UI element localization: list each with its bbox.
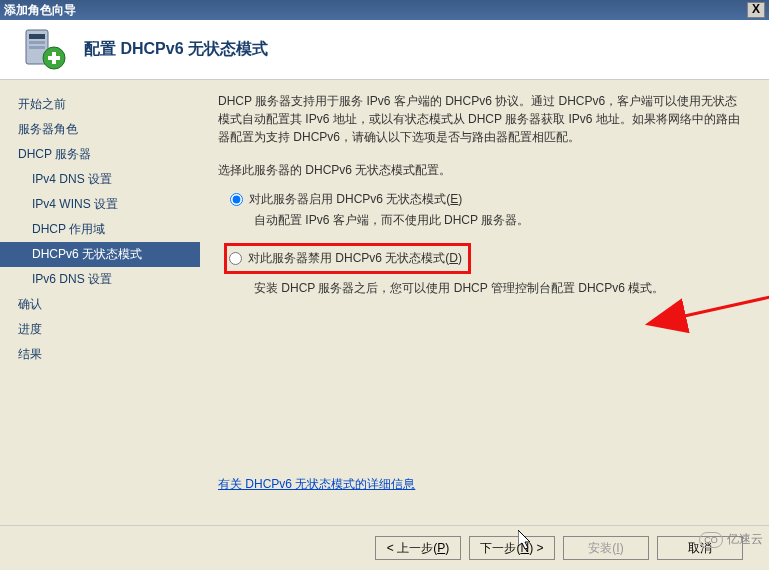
svg-rect-6 [48, 56, 60, 60]
server-icon [20, 26, 68, 74]
nav-ipv4-dns[interactable]: IPv4 DNS 设置 [0, 167, 200, 192]
header: 配置 DHCPv6 无状态模式 [0, 20, 769, 80]
prev-button[interactable]: < 上一步(P) [375, 536, 461, 560]
nav-before-you-begin[interactable]: 开始之前 [0, 92, 200, 117]
nav-dhcpv6-stateless[interactable]: DHCPv6 无状态模式 [0, 242, 200, 267]
choose-text: 选择此服务器的 DHCPv6 无状态模式配置。 [218, 162, 745, 179]
nav-progress[interactable]: 进度 [0, 317, 200, 342]
radio-enable-label: 对此服务器启用 DHCPv6 无状态模式(E) [249, 191, 462, 208]
watermark-text: 亿速云 [727, 531, 763, 548]
svg-rect-2 [29, 41, 45, 44]
next-button[interactable]: 下一步(N) > [469, 536, 555, 560]
help-link[interactable]: 有关 DHCPv6 无状态模式的详细信息 [218, 476, 415, 493]
radio-disable-label: 对此服务器禁用 DHCPv6 无状态模式(D) [248, 250, 462, 267]
nav-ipv6-dns[interactable]: IPv6 DNS 设置 [0, 267, 200, 292]
radio-enable-input[interactable] [230, 193, 243, 206]
svg-rect-1 [29, 34, 45, 39]
nav-server-roles[interactable]: 服务器角色 [0, 117, 200, 142]
window-title: 添加角色向导 [4, 2, 76, 19]
footer: < 上一步(P) 下一步(N) > 安装(I) 取消 [0, 525, 769, 570]
radio-enable-stateless[interactable]: 对此服务器启用 DHCPv6 无状态模式(E) [230, 191, 745, 208]
titlebar: 添加角色向导 X [0, 0, 769, 20]
intro-text: DHCP 服务器支持用于服务 IPv6 客户端的 DHCPv6 协议。通过 DH… [218, 92, 745, 146]
radio-group: 对此服务器启用 DHCPv6 无状态模式(E) 自动配置 IPv6 客户端，而不… [230, 191, 745, 297]
wizard-window: 添加角色向导 X 配置 DHCPv6 无状态模式 开始之前 服务器角色 DHCP… [0, 0, 769, 570]
nav-sidebar: 开始之前 服务器角色 DHCP 服务器 IPv4 DNS 设置 IPv4 WIN… [0, 80, 200, 525]
nav-dhcp-server[interactable]: DHCP 服务器 [0, 142, 200, 167]
nav-ipv4-wins[interactable]: IPv4 WINS 设置 [0, 192, 200, 217]
page-title: 配置 DHCPv6 无状态模式 [84, 39, 268, 60]
nav-confirm[interactable]: 确认 [0, 292, 200, 317]
radio-disable-input[interactable] [229, 252, 242, 265]
install-button: 安装(I) [563, 536, 649, 560]
content-pane: DHCP 服务器支持用于服务 IPv6 客户端的 DHCPv6 协议。通过 DH… [200, 80, 769, 525]
watermark: CO 亿速云 [699, 531, 763, 548]
svg-rect-3 [29, 46, 45, 49]
annotation-highlight-box: 对此服务器禁用 DHCPv6 无状态模式(D) [224, 243, 471, 274]
watermark-cloud-icon: CO [699, 532, 723, 548]
radio-enable-desc: 自动配置 IPv6 客户端，而不使用此 DHCP 服务器。 [254, 212, 745, 229]
nav-results[interactable]: 结果 [0, 342, 200, 367]
radio-disable-desc: 安装 DHCP 服务器之后，您可以使用 DHCP 管理控制台配置 DHCPv6 … [254, 280, 745, 297]
radio-disable-stateless[interactable]: 对此服务器禁用 DHCPv6 无状态模式(D) [229, 250, 462, 267]
close-button[interactable]: X [747, 2, 765, 18]
nav-dhcp-scope[interactable]: DHCP 作用域 [0, 217, 200, 242]
